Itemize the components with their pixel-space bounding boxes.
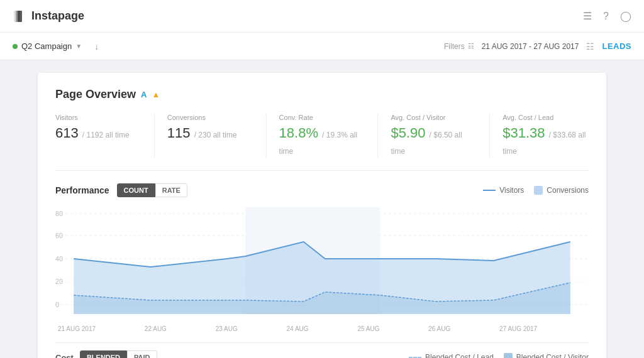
sub-nav: Q2 Campaign ▼ ↓ Filters ☷ 21 AUG 2017 - … <box>0 33 644 60</box>
legend-conversions-label: Conversions <box>547 186 589 195</box>
calendar-icon[interactable]: ☷ <box>586 41 594 52</box>
performance-header: Performance COUNT RATE Visitors Conversi… <box>55 183 589 197</box>
logo: Instapage <box>13 9 84 23</box>
metric-conv-rate-value: 18.8% / 19.3% all time <box>279 125 365 158</box>
user-icon[interactable]: ◯ <box>620 10 631 22</box>
cost-legend-visitor-label: Blended Cost / Visitor <box>516 353 589 358</box>
cost-legend-visitor-box <box>504 353 513 358</box>
filter-icon: ☷ <box>468 42 474 50</box>
metric-conv-rate-label: Conv. Rate <box>279 114 365 121</box>
chart-svg: 80 60 40 20 0 <box>55 207 589 320</box>
performance-title: Performance <box>55 185 109 195</box>
metric-conversions-label: Conversions <box>167 114 253 121</box>
x-label-5: 26 AUG <box>428 325 450 332</box>
legend-visitors-label: Visitors <box>499 186 524 195</box>
chat-icon[interactable]: ☰ <box>583 10 592 22</box>
svg-text:0: 0 <box>55 301 59 308</box>
campaign-selector[interactable]: Q2 Campaign ▼ <box>13 41 82 51</box>
chart-container: 80 60 40 20 0 <box>55 207 589 320</box>
cost-legend-lead: Blended Cost / Lead <box>409 353 494 358</box>
metric-avg-cost-visitor-label: Avg. Cost / Visitor <box>391 114 477 121</box>
metric-avg-cost-lead: Avg. Cost / Lead $31.38 / $33.68 all tim… <box>502 114 589 158</box>
metric-avg-cost-lead-value: $31.38 / $33.68 all time <box>502 125 589 158</box>
metric-avg-cost-visitor-value: $5.90 / $6.50 all time <box>391 125 477 158</box>
campaign-name: Q2 Campaign <box>21 41 72 51</box>
metric-conv-rate: Conv. Rate 18.8% / 19.3% all time <box>279 114 379 158</box>
cost-legend-visitor: Blended Cost / Visitor <box>504 353 589 358</box>
nav-right: ☰ ? ◯ <box>583 10 631 22</box>
download-icon[interactable]: ↓ <box>94 41 99 52</box>
main-content: Page Overview A ▲ Visitors 613 / 1192 al… <box>0 60 644 358</box>
metric-avg-cost-visitor: Avg. Cost / Visitor $5.90 / $6.50 all ti… <box>391 114 490 158</box>
cost-tab-blended[interactable]: BLENDED <box>80 350 127 358</box>
cost-label: Cost <box>55 353 74 359</box>
svg-text:60: 60 <box>55 232 63 239</box>
x-label-0: 21 AUG 2017 <box>58 325 96 332</box>
cost-tabs: BLENDED PAID <box>80 350 157 358</box>
svg-text:20: 20 <box>55 278 63 285</box>
title-icon-b: ▲ <box>152 90 160 99</box>
legend-conversions: Conversions <box>534 186 589 195</box>
logo-text: Instapage <box>31 9 84 23</box>
tab-rate[interactable]: RATE <box>155 183 187 197</box>
logo-icon <box>13 9 26 23</box>
chevron-down-icon: ▼ <box>75 43 82 50</box>
svg-rect-2 <box>18 11 22 22</box>
x-axis-labels: 21 AUG 2017 22 AUG 23 AUG 24 AUG 25 AUG … <box>55 325 589 332</box>
performance-tabs: COUNT RATE <box>117 183 187 197</box>
svg-text:80: 80 <box>55 210 63 217</box>
cost-legend-lead-label: Blended Cost / Lead <box>425 353 494 358</box>
x-label-2: 23 AUG <box>216 325 238 332</box>
help-icon[interactable]: ? <box>603 11 609 22</box>
cost-left: Cost BLENDED PAID <box>55 350 157 358</box>
metrics-row: Visitors 613 / 1192 all time Conversions… <box>55 114 589 171</box>
metric-visitors-value: 613 / 1192 all time <box>55 125 142 141</box>
page-overview-header: Page Overview A ▲ <box>55 88 589 101</box>
x-label-4: 25 AUG <box>357 325 379 332</box>
cost-tab-paid[interactable]: PAID <box>127 350 157 358</box>
legend-visitors: Visitors <box>483 186 524 195</box>
main-card: Page Overview A ▲ Visitors 613 / 1192 al… <box>38 73 606 358</box>
performance-left: Performance COUNT RATE <box>55 183 187 197</box>
cost-section: Cost BLENDED PAID Blended Cost / Lead Bl… <box>55 342 589 358</box>
date-range[interactable]: 21 AUG 2017 - 27 AUG 2017 <box>482 42 579 51</box>
chart-legend: Visitors Conversions <box>483 186 589 195</box>
cost-legend: Blended Cost / Lead Blended Cost / Visit… <box>409 353 589 358</box>
leads-link[interactable]: LEADS <box>602 41 631 51</box>
metric-conversions-value: 115 / 230 all time <box>167 125 253 141</box>
campaign-status-dot <box>13 44 18 49</box>
x-label-3: 24 AUG <box>287 325 309 332</box>
metric-visitors: Visitors 613 / 1192 all time <box>55 114 155 158</box>
filters-label[interactable]: Filters ☷ <box>444 42 474 51</box>
top-nav: Instapage ☰ ? ◯ <box>0 0 644 33</box>
metric-visitors-label: Visitors <box>55 114 142 121</box>
legend-visitors-line <box>483 190 496 191</box>
x-label-1: 22 AUG <box>145 325 167 332</box>
metric-avg-cost-lead-label: Avg. Cost / Lead <box>502 114 589 121</box>
legend-conversions-box <box>534 186 543 195</box>
x-label-6: 27 AUG 2017 <box>499 325 537 332</box>
page-overview-title: Page Overview <box>55 88 136 101</box>
title-icon-a: A <box>141 90 147 99</box>
svg-text:40: 40 <box>55 255 63 263</box>
metric-conversions: Conversions 115 / 230 all time <box>167 114 267 158</box>
tab-count[interactable]: COUNT <box>117 183 155 197</box>
sub-nav-right: Filters ☷ 21 AUG 2017 - 27 AUG 2017 ☷ LE… <box>444 41 631 52</box>
